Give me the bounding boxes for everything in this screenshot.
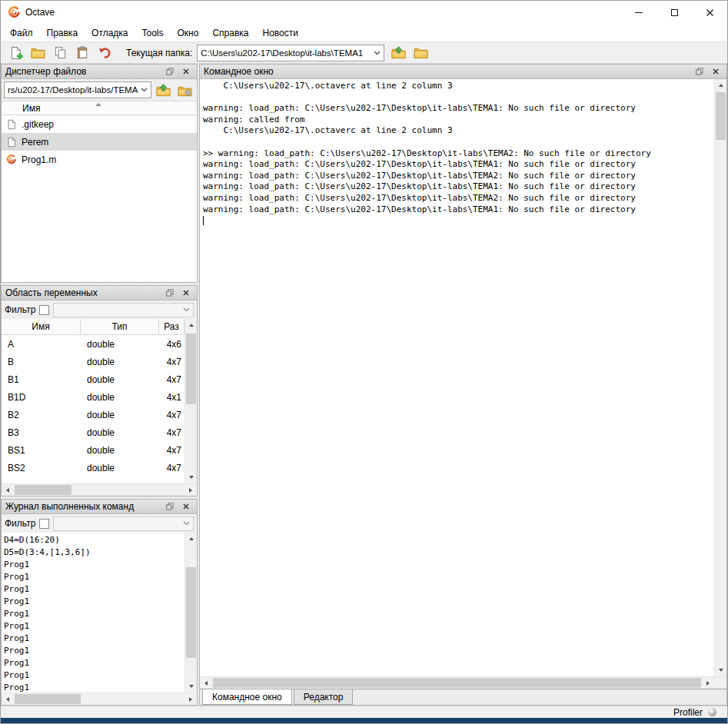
menu-item[interactable]: Окно bbox=[171, 24, 206, 42]
scrollbar-thumb[interactable] bbox=[15, 694, 81, 704]
scroll-down-arrow-icon[interactable] bbox=[715, 664, 726, 676]
history-item[interactable]: Prog1 bbox=[4, 645, 184, 657]
variable-row[interactable]: BS1 double 4x7 bbox=[2, 441, 184, 459]
file-list-item[interactable]: .gitkeep bbox=[2, 115, 197, 133]
current-folder-input[interactable] bbox=[198, 48, 371, 58]
history-item[interactable]: Prog1 bbox=[4, 682, 184, 692]
scrollbar-thumb[interactable] bbox=[186, 334, 196, 404]
scrollbar-thumb[interactable] bbox=[15, 485, 71, 495]
panel-title: Область переменных bbox=[5, 287, 98, 298]
column-header-name[interactable]: Имя bbox=[2, 319, 81, 334]
profiler-label: Profiler bbox=[673, 707, 703, 718]
scroll-up-arrow-icon[interactable] bbox=[715, 79, 726, 91]
paste-button[interactable] bbox=[71, 43, 94, 63]
scroll-up-arrow-icon[interactable] bbox=[185, 533, 197, 545]
history-vscrollbar[interactable] bbox=[184, 533, 197, 692]
scroll-down-arrow-icon[interactable] bbox=[185, 471, 197, 483]
console-hscrollbar[interactable] bbox=[200, 676, 714, 689]
workspace-hscrollbar[interactable] bbox=[2, 483, 197, 496]
bottom-tab[interactable]: Редактор bbox=[294, 689, 354, 705]
scroll-right-arrow-icon[interactable] bbox=[702, 677, 714, 689]
chevron-down-icon[interactable] bbox=[138, 82, 151, 98]
menu-item[interactable]: Правка bbox=[40, 24, 85, 42]
scroll-left-arrow-icon[interactable] bbox=[2, 484, 14, 496]
bottom-tab[interactable]: Командное окно bbox=[202, 689, 292, 705]
copy-button[interactable] bbox=[49, 43, 71, 63]
scrollbar-thumb[interactable] bbox=[213, 678, 701, 688]
browser-path-input[interactable] bbox=[5, 85, 138, 95]
variable-row[interactable]: A double 4x6 bbox=[2, 335, 184, 353]
menu-item[interactable]: Файл bbox=[3, 24, 40, 42]
variable-row[interactable]: B1D double 4x1 bbox=[2, 388, 184, 406]
variable-name: A bbox=[2, 339, 81, 350]
chevron-down-icon[interactable] bbox=[371, 45, 384, 61]
browser-path-combobox[interactable] bbox=[4, 81, 151, 98]
column-header-type[interactable]: Тип bbox=[81, 319, 159, 334]
history-item[interactable]: Prog1 bbox=[4, 583, 184, 596]
file-list-item[interactable]: Prog1.m bbox=[2, 151, 197, 168]
history-list: D4=D(16:20)D5=D(3:4,[1,3,6])Prog1Prog1Pr… bbox=[2, 533, 184, 692]
undock-panel-button[interactable] bbox=[165, 288, 175, 297]
scroll-down-arrow-icon[interactable] bbox=[185, 680, 197, 692]
menu-item[interactable]: Отладка bbox=[85, 24, 135, 42]
close-panel-button[interactable] bbox=[711, 67, 720, 76]
browser-actions-button[interactable] bbox=[175, 81, 194, 99]
history-item[interactable]: Prog1 bbox=[4, 657, 184, 669]
variable-row[interactable]: B double 4x7 bbox=[2, 353, 184, 370]
variable-row[interactable]: B2 double 4x7 bbox=[2, 406, 184, 423]
scroll-left-arrow-icon[interactable] bbox=[200, 677, 212, 689]
column-header-size[interactable]: Раз bbox=[159, 319, 184, 334]
folder-up-button[interactable] bbox=[387, 43, 410, 63]
close-button[interactable] bbox=[692, 1, 727, 24]
history-item[interactable]: D5=D(3:4,[1,3,6]) bbox=[4, 546, 184, 559]
history-item[interactable]: Prog1 bbox=[4, 596, 184, 608]
menu-item[interactable]: Tools bbox=[135, 24, 171, 42]
console-vscrollbar[interactable] bbox=[714, 79, 726, 676]
new-script-button[interactable] bbox=[5, 43, 27, 63]
history-hscrollbar[interactable] bbox=[2, 692, 197, 705]
one-directory-up-button[interactable] bbox=[153, 81, 173, 99]
filter-checkbox[interactable] bbox=[39, 519, 49, 529]
command-window-output[interactable]: C:\Users\u202-17\.octaverc at line 2 col… bbox=[200, 79, 726, 676]
workspace-vscrollbar[interactable] bbox=[184, 319, 197, 483]
variable-row[interactable]: B3 double 4x7 bbox=[2, 423, 184, 441]
close-panel-button[interactable] bbox=[181, 502, 191, 511]
chevron-down-icon[interactable] bbox=[180, 517, 193, 530]
undo-button[interactable] bbox=[94, 43, 116, 63]
history-item[interactable]: D4=D(16:20) bbox=[4, 534, 184, 546]
variable-row[interactable]: B1 double 4x7 bbox=[2, 370, 184, 388]
undock-panel-button[interactable] bbox=[165, 67, 175, 76]
name-column-header[interactable]: Имя bbox=[2, 101, 197, 115]
history-item[interactable]: Prog1 bbox=[4, 559, 184, 571]
chevron-down-icon[interactable] bbox=[180, 304, 193, 317]
scroll-right-arrow-icon[interactable] bbox=[184, 484, 197, 496]
scrollbar-thumb[interactable] bbox=[186, 567, 196, 658]
filter-combobox[interactable] bbox=[53, 303, 194, 317]
undock-panel-button[interactable] bbox=[165, 502, 175, 511]
current-folder-combobox[interactable] bbox=[197, 45, 384, 61]
scrollbar-thumb[interactable] bbox=[716, 92, 726, 140]
menu-item[interactable]: Новости bbox=[255, 24, 304, 42]
scroll-up-arrow-icon[interactable] bbox=[185, 319, 197, 331]
close-panel-button[interactable] bbox=[181, 67, 191, 76]
history-item[interactable]: Prog1 bbox=[4, 571, 184, 583]
filter-checkbox[interactable] bbox=[39, 305, 49, 315]
browse-folder-button[interactable] bbox=[410, 43, 432, 63]
history-item[interactable]: Prog1 bbox=[4, 608, 184, 620]
close-panel-button[interactable] bbox=[181, 288, 191, 297]
variable-row[interactable]: BS2 double 4x7 bbox=[2, 459, 184, 477]
history-item[interactable]: Prog1 bbox=[4, 620, 184, 633]
maximize-button[interactable] bbox=[657, 1, 692, 24]
minimize-button[interactable] bbox=[621, 1, 657, 24]
current-folder-label: Текущая папка: bbox=[126, 48, 192, 58]
undock-panel-button[interactable] bbox=[695, 67, 704, 76]
file-list-item[interactable]: Perem bbox=[2, 133, 197, 151]
open-file-button[interactable] bbox=[27, 43, 49, 63]
history-item[interactable]: Prog1 bbox=[4, 669, 184, 682]
scroll-right-arrow-icon[interactable] bbox=[184, 693, 197, 705]
menu-item[interactable]: Справка bbox=[205, 24, 255, 42]
history-item[interactable]: Prog1 bbox=[4, 633, 184, 645]
scroll-left-arrow-icon[interactable] bbox=[2, 693, 14, 705]
filter-combobox[interactable] bbox=[53, 516, 194, 531]
variable-name: BS2 bbox=[2, 463, 81, 473]
